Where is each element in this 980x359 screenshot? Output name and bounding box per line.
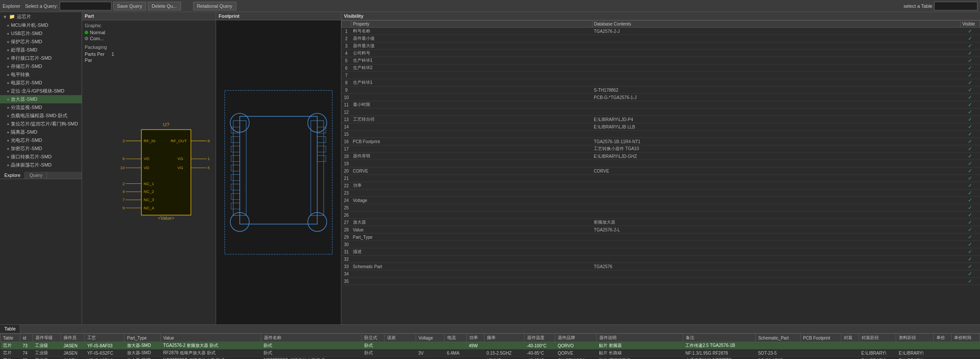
tree-item-optical[interactable]: ● 光电芯片-SMD — [0, 136, 82, 144]
table-cell — [896, 342, 934, 349]
vis-row-num: 5 — [342, 57, 351, 64]
vis-row-num: 14 — [342, 123, 351, 131]
vis-checkbox[interactable]: ✓ — [961, 35, 980, 42]
vis-checkbox[interactable]: ✓ — [961, 109, 980, 116]
vis-checkbox[interactable]: ✓ — [961, 182, 980, 189]
table-row[interactable]: 芯片74工业级JASENYF-IS-6S2FC放大器-SMDRF2878 低噪声… — [0, 349, 980, 357]
vis-checkbox[interactable]: ✓ — [961, 256, 980, 263]
table-cell — [416, 357, 444, 359]
vis-checkbox[interactable]: ✓ — [961, 72, 980, 79]
table-cell: YF-IS-8AF03 — [85, 342, 124, 349]
svg-rect-52 — [317, 146, 326, 152]
tree-item-reset[interactable]: ● 复位芯片/监控芯片/看门狗-SMD — [0, 120, 82, 128]
vis-checkbox[interactable]: ✓ — [961, 248, 980, 256]
vis-checkbox[interactable]: ✓ — [961, 234, 980, 241]
check-icon: ✓ — [968, 58, 972, 64]
vis-checkbox[interactable]: ✓ — [961, 94, 980, 101]
vis-checkbox[interactable]: ✓ — [961, 219, 980, 226]
check-icon: ✓ — [968, 249, 972, 255]
query-input[interactable] — [60, 2, 111, 10]
vis-checkbox[interactable]: ✓ — [961, 42, 980, 50]
normal-radio[interactable]: Normal — [85, 30, 114, 35]
vis-checkbox[interactable]: ✓ — [961, 138, 980, 145]
visibility-row: 3 器件最大值 ✓ — [342, 42, 980, 50]
table-row[interactable]: 芯片75工业级JASENYF-IS-18EAA放大器-SMDNCS25530G … — [0, 357, 980, 359]
vis-checkbox[interactable]: ✓ — [961, 167, 980, 175]
vis-property — [351, 94, 592, 101]
tree-item-level[interactable]: ● 电平转换 — [0, 71, 82, 79]
vis-checkbox[interactable]: ✓ — [961, 263, 980, 270]
vis-checkbox[interactable]: ✓ — [961, 160, 980, 167]
table-cell: YF-IS-6S2FC — [85, 349, 124, 357]
delete-query-button[interactable]: Delete Qu... — [148, 2, 181, 10]
vis-checkbox[interactable]: ✓ — [961, 278, 980, 285]
tree-item-isolate[interactable]: ● 隔离器-SMD — [0, 128, 82, 136]
part-title: Part — [85, 13, 94, 19]
vis-checkbox[interactable]: ✓ — [961, 189, 980, 197]
table-tab[interactable]: Table — [0, 325, 20, 333]
table-cell: 工作传递2.5 TGA2576-1B — [683, 342, 755, 349]
vis-checkbox[interactable]: ✓ — [961, 50, 980, 57]
check-icon: ✓ — [968, 50, 972, 56]
vis-checkbox[interactable]: ✓ — [961, 145, 980, 153]
visibility-row: 26 ✓ — [342, 212, 980, 219]
vis-checkbox[interactable]: ✓ — [961, 101, 980, 109]
table-row[interactable]: 芯片73工业级JASENYF-IS-8AF03放大器-SMDTGA2576-2 … — [0, 342, 980, 349]
tree-item-encrypt[interactable]: ● 加密芯片-SMD — [0, 144, 82, 153]
vis-checkbox[interactable]: ✓ — [961, 241, 980, 248]
relational-query-button[interactable]: Relational Query — [193, 2, 236, 10]
vis-property: 描述 — [351, 248, 592, 256]
vis-value: PCB-G-*TGA2576-1-J — [592, 94, 960, 101]
vis-checkbox[interactable]: ✓ — [961, 212, 980, 219]
vis-checkbox[interactable]: ✓ — [961, 57, 980, 64]
vis-checkbox[interactable]: ✓ — [961, 197, 980, 204]
table-input[interactable] — [934, 2, 977, 10]
vis-checkbox[interactable]: ✓ — [961, 270, 980, 278]
vis-checkbox[interactable]: ✓ — [961, 204, 980, 212]
comp-radio[interactable]: Com... — [85, 36, 114, 41]
svg-text:RF_OUT: RF_OUT — [171, 139, 187, 143]
table-cell — [800, 357, 841, 359]
tree-item-usb[interactable]: ● USB芯片-SMD — [0, 29, 82, 38]
tree-item-crystal[interactable]: ● 晶体振荡芯片-SMD — [0, 161, 82, 169]
svg-text:2: 2 — [123, 182, 125, 186]
tree-item-serial[interactable]: ● 串行接口芯片-SMD — [0, 54, 82, 62]
explore-tab[interactable]: Explore — [0, 172, 25, 179]
vis-checkbox[interactable]: ✓ — [961, 131, 980, 138]
tree-item-interface[interactable]: ● 接口转换芯片-SMD — [0, 153, 82, 161]
svg-rect-45 — [231, 165, 240, 171]
query-tab[interactable]: Query — [25, 172, 47, 179]
vis-checkbox[interactable]: ✓ — [961, 175, 980, 182]
tree-item-storage[interactable]: ● 存储芯片-SMD — [0, 62, 82, 71]
vis-checkbox[interactable]: ✓ — [961, 153, 980, 160]
vis-row-num: 30 — [342, 241, 351, 248]
tree-item-prog[interactable]: ● 负载电压编程器-SMD·卧式 — [0, 112, 82, 120]
visibility-row: 34 ✓ — [342, 270, 980, 278]
tree-item-gps[interactable]: ● 定位·北斗/GPS模块-SMD — [0, 87, 82, 95]
vis-checkbox[interactable]: ✓ — [961, 116, 980, 123]
vis-value — [592, 50, 960, 57]
tree-item-protect[interactable]: ● 保护芯片-SMD — [0, 38, 82, 46]
vis-checkbox[interactable]: ✓ — [961, 87, 980, 94]
tree-item-amp[interactable]: ● 放大器-SMD — [0, 95, 82, 103]
visibility-row: 17 工艺转换小器件 TGA10 ✓ — [342, 145, 980, 153]
vis-checkbox[interactable]: ✓ — [961, 64, 980, 72]
svg-text:10: 10 — [120, 166, 124, 170]
tree-item-power[interactable]: ● 电源芯片-SMD — [0, 79, 82, 87]
vis-checkbox[interactable]: ✓ — [961, 79, 980, 87]
table-cell: JASEN — [61, 349, 85, 357]
tree-item-cpu[interactable]: ● 处理器-SMD — [0, 46, 82, 54]
svg-text:8: 8 — [207, 139, 210, 143]
tree-item-monitor[interactable]: ● 分流监视-SMD — [0, 103, 82, 112]
check-icon: ✓ — [968, 102, 972, 108]
tree-item-mcu[interactable]: ● MCU单片机-SMD — [0, 21, 82, 29]
table-cell: 75 — [20, 357, 32, 359]
vis-checkbox[interactable]: ✓ — [961, 123, 980, 131]
vis-value — [592, 212, 960, 219]
col-header: 单价时间 — [951, 334, 980, 342]
vis-checkbox[interactable]: ✓ — [961, 226, 980, 234]
save-query-button[interactable]: Save Query — [113, 2, 146, 10]
check-icon: ✓ — [968, 263, 972, 269]
tree-root-item[interactable]: ▼ 📁 运芯片 — [0, 12, 82, 21]
vis-checkbox[interactable]: ✓ — [961, 28, 980, 35]
